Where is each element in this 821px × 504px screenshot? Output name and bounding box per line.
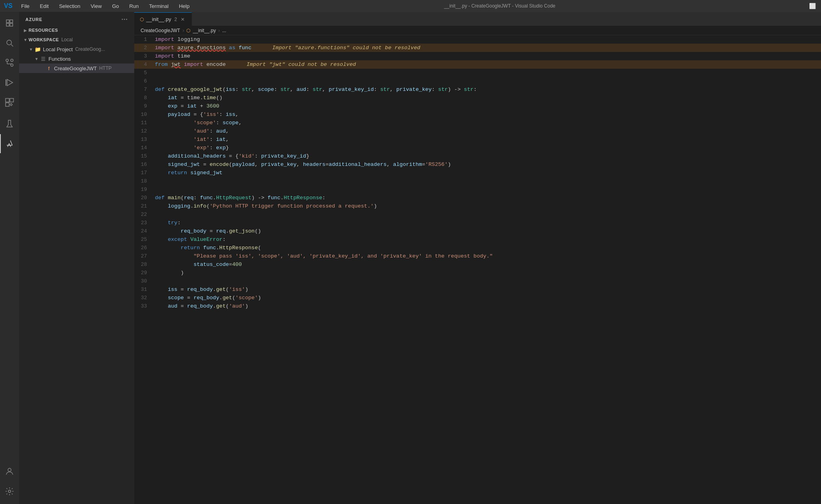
- tab-init-py[interactable]: ⬡ __init__.py 2 ✕: [134, 12, 192, 26]
- local-project-label: Local Project: [43, 46, 73, 52]
- tab-close-button[interactable]: ✕: [180, 16, 186, 23]
- sidebar: AZURE ··· ▶ RESOURCES ▼ WORKSPACE Local …: [19, 12, 134, 504]
- code-content-2: import azure.functions as func Import "a…: [153, 44, 821, 52]
- menu-run[interactable]: Run: [127, 2, 141, 10]
- menu-terminal[interactable]: Terminal: [147, 2, 171, 10]
- sidebar-header: AZURE ···: [19, 12, 134, 25]
- tree-arrow-create-google-jwt: ▶: [39, 66, 45, 71]
- code-content-13: 'iat': iat,: [153, 135, 821, 144]
- line-num-14: 14: [134, 144, 153, 152]
- code-line-15: 15 additional_headers = {'kid': private_…: [134, 152, 821, 160]
- code-line-11: 11 'scope': scope,: [134, 119, 821, 127]
- functions-list-icon: ☰: [40, 56, 47, 62]
- breadcrumb-symbol[interactable]: ...: [222, 28, 226, 33]
- code-content-9: exp = iat + 3600: [153, 102, 821, 110]
- activity-azure[interactable]: [0, 134, 19, 153]
- sidebar-item-local-project[interactable]: ▼ 📁 Local Project CreateGoog...: [19, 44, 134, 54]
- sidebar-more-button[interactable]: ···: [122, 16, 128, 23]
- line-num-3: 3: [134, 52, 153, 60]
- sidebar-title: AZURE: [25, 17, 42, 22]
- tab-badge: 2: [174, 17, 177, 22]
- breadcrumb-file[interactable]: __init__.py: [193, 28, 216, 33]
- tree-arrow-local-project: ▼: [28, 47, 34, 52]
- line-num-6: 6: [134, 77, 153, 85]
- window-minimize[interactable]: ⬜: [807, 1, 817, 11]
- code-line-4: 4 from jwt import encode Import "jwt" co…: [134, 60, 821, 69]
- code-content-1: import logging: [153, 35, 821, 44]
- code-line-28: 28 status_code=400: [134, 260, 821, 269]
- line-num-28: 28: [134, 260, 153, 269]
- tab-py-icon: ⬡: [140, 17, 144, 22]
- menu-file[interactable]: File: [19, 2, 32, 10]
- code-content-12: 'aud': aud,: [153, 127, 821, 135]
- code-line-16: 16 signed_jwt = encode(payload, private_…: [134, 160, 821, 169]
- line-num-19: 19: [134, 185, 153, 194]
- code-line-10: 10 payload = {'iss': iss,: [134, 110, 821, 119]
- activity-explorer[interactable]: [0, 13, 19, 33]
- code-line-24: 24 req_body = req.get_json(): [134, 227, 821, 235]
- line-num-10: 10: [134, 110, 153, 119]
- sidebar-item-functions[interactable]: ▼ ☰ Functions: [19, 54, 134, 63]
- code-line-25: 25 except ValueError:: [134, 235, 821, 244]
- line-num-12: 12: [134, 127, 153, 135]
- activity-bottom: [0, 462, 19, 504]
- folder-icon: 📁: [34, 46, 41, 52]
- activity-settings[interactable]: [0, 482, 19, 501]
- svg-rect-3: [10, 23, 13, 26]
- create-google-jwt-badge: HTTP: [99, 65, 112, 71]
- code-line-17: 17 return signed_jwt: [134, 169, 821, 177]
- code-line-2: 2 import azure.functions as func Import …: [134, 44, 821, 52]
- menu-go[interactable]: Go: [110, 2, 121, 10]
- line-num-8: 8: [134, 94, 153, 102]
- activity-extensions[interactable]: [0, 93, 19, 112]
- svg-rect-1: [10, 20, 13, 23]
- menu-bar: File Edit Selection View Go Run Terminal…: [19, 2, 192, 10]
- sidebar-item-workspace[interactable]: ▼ WORKSPACE Local: [19, 35, 134, 44]
- code-content-6: [153, 77, 821, 85]
- svg-rect-15: [6, 103, 9, 106]
- editor[interactable]: 1 import logging 2 import azure.function…: [134, 35, 821, 504]
- code-line-23: 23 try:: [134, 219, 821, 227]
- line-num-26: 26: [134, 244, 153, 252]
- menu-selection[interactable]: Selection: [57, 2, 83, 10]
- main-layout: AZURE ··· ▶ RESOURCES ▼ WORKSPACE Local …: [0, 12, 821, 504]
- menu-help[interactable]: Help: [176, 2, 192, 10]
- code-line-33: 33 aud = req_body.get('aud'): [134, 302, 821, 310]
- line-num-32: 32: [134, 294, 153, 302]
- code-content-21: logging.info('Python HTTP trigger functi…: [153, 202, 821, 210]
- code-line-8: 8 iat = time.time(): [134, 94, 821, 102]
- menu-view[interactable]: View: [88, 2, 104, 10]
- code-content-22: [153, 210, 821, 219]
- code-content-33: aud = req_body.get('aud'): [153, 302, 821, 310]
- activity-run[interactable]: [0, 73, 19, 92]
- code-line-19: 19: [134, 185, 821, 194]
- activity-source-control[interactable]: [0, 53, 19, 72]
- line-num-31: 31: [134, 285, 153, 294]
- code-content-27: "Please pass 'iss', 'scope', 'aud', 'pri…: [153, 252, 821, 260]
- code-line-30: 30: [134, 277, 821, 285]
- activity-accounts[interactable]: [0, 462, 19, 481]
- breadcrumb-project[interactable]: CreateGoogleJWT: [141, 28, 180, 33]
- code-line-27: 27 "Please pass 'iss', 'scope', 'aud', '…: [134, 252, 821, 260]
- code-line-18: 18: [134, 177, 821, 185]
- line-num-27: 27: [134, 252, 153, 260]
- svg-point-16: [8, 468, 11, 471]
- tree-arrow-resources: ▶: [22, 28, 29, 33]
- code-line-6: 6: [134, 77, 821, 85]
- menu-edit[interactable]: Edit: [37, 2, 51, 10]
- activity-search[interactable]: [0, 33, 19, 52]
- svg-point-6: [6, 59, 8, 62]
- svg-rect-2: [6, 23, 9, 26]
- code-line-31: 31 iss = req_body.get('iss'): [134, 285, 821, 294]
- resources-label: RESOURCES: [29, 28, 58, 33]
- code-content-5: [153, 69, 821, 77]
- line-num-20: 20: [134, 194, 153, 202]
- line-num-25: 25: [134, 235, 153, 244]
- code-content-10: payload = {'iss': iss,: [153, 110, 821, 119]
- activity-bar: [0, 12, 19, 504]
- workspace-modifier: Local: [61, 37, 73, 42]
- code-content-14: 'exp': exp}: [153, 144, 821, 152]
- sidebar-item-resources[interactable]: ▶ RESOURCES: [19, 25, 134, 35]
- activity-testing[interactable]: [0, 114, 19, 133]
- sidebar-item-create-google-jwt[interactable]: ▶ f CreateGoogleJWT HTTP: [19, 63, 134, 73]
